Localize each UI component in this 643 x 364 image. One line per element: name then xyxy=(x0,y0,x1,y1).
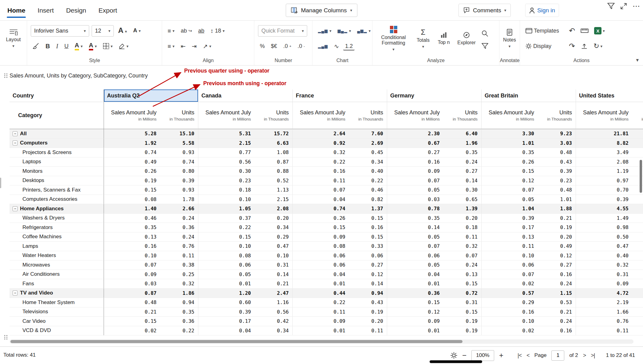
upload-icon[interactable] xyxy=(581,43,588,49)
data-cell[interactable]: 1.01 xyxy=(482,139,538,148)
data-cell[interactable]: 0.39 xyxy=(482,214,538,223)
data-cell[interactable]: 0.23 xyxy=(198,176,255,186)
data-cell[interactable]: 0.08 xyxy=(293,242,349,251)
data-cell[interactable]: 0.01 xyxy=(387,326,443,336)
data-cell[interactable]: 0.09 xyxy=(576,279,632,289)
zoom-in-button[interactable]: + xyxy=(499,352,503,359)
data-cell[interactable]: 0.26 xyxy=(482,157,538,167)
data-cell[interactable]: 6.63 xyxy=(255,139,293,148)
indent-button[interactable]: ⇥ xyxy=(190,42,199,50)
row-label[interactable]: −Home Appliances xyxy=(10,204,104,214)
data-cell[interactable]: 0.15 xyxy=(293,223,349,232)
data-cell[interactable]: 0.35 xyxy=(482,148,538,157)
data-cell[interactable]: 0.45 xyxy=(349,148,387,157)
corner-country-header[interactable]: Country xyxy=(10,89,104,102)
data-labels-button[interactable]: 1.2 xyxy=(343,42,355,50)
data-cell[interactable]: 0.06 xyxy=(482,260,538,270)
data-cell[interactable]: 0.22 xyxy=(349,176,387,186)
data-cell[interactable]: 0.98 xyxy=(576,223,632,232)
data-cell[interactable]: 0.19 xyxy=(443,326,482,336)
data-cell[interactable]: 2.47 xyxy=(255,289,293,298)
data-cell[interactable]: 0.19 xyxy=(443,317,482,326)
data-cell[interactable]: 2.08 xyxy=(576,157,632,167)
data-cell[interactable]: 0.27 xyxy=(538,260,576,270)
manage-columns-button[interactable]: Manage Columns ▾ xyxy=(286,4,357,17)
data-cell[interactable]: 1.15 xyxy=(538,289,576,298)
data-cell[interactable]: 0.94 xyxy=(160,298,198,307)
row-label[interactable]: −Computers xyxy=(10,139,104,148)
borders-button[interactable]: ▾ xyxy=(101,42,115,50)
data-cell[interactable]: 0.34 xyxy=(255,326,293,336)
measure-header[interactable]: Unitsin Thousands xyxy=(160,102,198,129)
zoom-level[interactable]: 100% xyxy=(471,350,494,361)
data-cell[interactable]: 3.30 xyxy=(482,129,538,139)
data-cell[interactable]: 0.17 xyxy=(198,317,255,326)
data-cell[interactable]: 0.22 xyxy=(293,298,349,307)
data-cell[interactable]: 0.48 xyxy=(538,185,576,195)
data-cell[interactable]: 0.12 xyxy=(387,307,443,317)
undo-icon[interactable]: ↶ xyxy=(569,27,575,34)
row-label[interactable]: Home Theater System xyxy=(10,298,104,307)
data-cell[interactable]: 0.94 xyxy=(349,289,387,298)
data-cell[interactable]: 0.16 xyxy=(538,270,576,279)
export-excel-button[interactable]: X ▾ xyxy=(594,27,605,34)
data-cell[interactable]: 0.27 xyxy=(387,148,443,157)
data-cell[interactable]: 1.78 xyxy=(160,195,198,204)
measure-header[interactable]: Sales Amount Julyin Millions xyxy=(387,102,443,129)
data-cell[interactable]: 0.74 xyxy=(160,157,198,167)
data-cell[interactable]: 0.08 xyxy=(104,195,160,204)
data-cell[interactable]: 0.36 xyxy=(387,289,443,298)
settings-gear-icon[interactable] xyxy=(450,352,457,359)
data-cell[interactable]: 0.01 xyxy=(387,279,443,289)
expand-icon[interactable] xyxy=(620,3,627,10)
collapse-icon[interactable]: − xyxy=(13,140,18,145)
layout-button[interactable]: Layout ▾ xyxy=(2,23,25,54)
data-cell[interactable]: 0.12 xyxy=(538,251,576,261)
corner-category-header[interactable]: Category xyxy=(10,102,104,129)
data-cell[interactable]: 1.08 xyxy=(255,148,293,157)
data-cell[interactable] xyxy=(632,214,643,223)
row-label[interactable]: VCD & DVD xyxy=(10,326,104,336)
data-cell[interactable]: 0.09 xyxy=(387,317,443,326)
display-button[interactable]: Display xyxy=(524,42,553,51)
data-cell[interactable]: 2.15 xyxy=(198,139,255,148)
data-cell[interactable] xyxy=(632,279,643,289)
data-cell[interactable]: 2.30 xyxy=(387,129,443,139)
filter-icon[interactable] xyxy=(607,3,615,10)
data-cell[interactable]: 0.36 xyxy=(160,317,198,326)
italic-button[interactable]: I xyxy=(54,42,60,51)
data-cell[interactable]: 0.72 xyxy=(443,289,482,298)
data-cell[interactable]: 0.93 xyxy=(160,185,198,195)
refresh-button[interactable]: ↻ ▾ xyxy=(593,43,602,49)
data-cell[interactable]: 0.15 xyxy=(104,317,160,326)
vertical-align-button[interactable]: ≡ ▾ xyxy=(166,42,177,50)
data-cell[interactable]: 9.23 xyxy=(538,129,576,139)
data-cell[interactable]: 2.66 xyxy=(160,204,198,214)
data-cell[interactable]: 0.21 xyxy=(255,279,293,289)
data-cell[interactable]: 0.06 xyxy=(387,251,443,261)
data-cell[interactable]: 0.20 xyxy=(443,214,482,223)
data-cell[interactable]: 0.32 xyxy=(293,148,349,157)
data-cell[interactable]: 0.36 xyxy=(160,223,198,232)
data-cell[interactable]: 0.32 xyxy=(576,260,632,270)
data-cell[interactable]: 0.20 xyxy=(349,317,387,326)
data-cell[interactable] xyxy=(632,148,643,157)
decrease-font-button[interactable]: A ▾ xyxy=(131,26,143,35)
data-cell[interactable]: 0.35 xyxy=(443,148,482,157)
data-cell[interactable]: 0.82 xyxy=(349,195,387,204)
data-cell[interactable] xyxy=(632,289,643,298)
row-label[interactable]: Washers & Dryers xyxy=(10,214,104,223)
data-cell[interactable]: 0.39 xyxy=(576,195,632,204)
data-cell[interactable]: 0.43 xyxy=(349,298,387,307)
row-label[interactable]: Car Video xyxy=(10,317,104,326)
row-label[interactable]: Microwaves xyxy=(10,260,104,270)
data-cell[interactable]: 0.25 xyxy=(160,270,198,279)
data-cell[interactable]: 0.05 xyxy=(198,270,255,279)
data-cell[interactable]: 0.12 xyxy=(482,176,538,186)
data-cell[interactable]: 8.82 xyxy=(576,139,632,148)
data-cell[interactable]: 0.10 xyxy=(104,251,160,261)
data-cell[interactable]: 0.06 xyxy=(293,260,349,270)
data-cell[interactable]: 0.16 xyxy=(538,326,576,336)
mini-chart-button[interactable]: ▂▄▆ xyxy=(316,43,330,49)
fill-color-button[interactable]: A ▾ xyxy=(73,41,85,52)
